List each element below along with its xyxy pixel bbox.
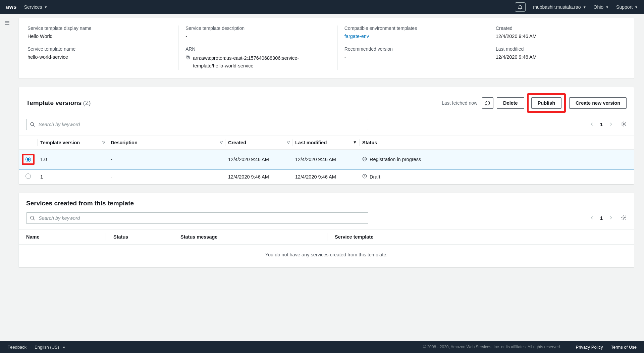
- versions-table: Template version▽ Description▽ Created▽ …: [19, 136, 634, 184]
- template-name-value: hello-world-service: [28, 54, 172, 60]
- cell-description: -: [108, 169, 225, 184]
- hamburger-icon: [4, 20, 10, 26]
- table-row[interactable]: 1.0-12/4/2020 9:46 AM12/4/2020 9:46 AMRe…: [19, 150, 634, 169]
- region-label: Ohio: [594, 4, 604, 10]
- chevron-right-icon: [609, 216, 613, 220]
- svg-point-6: [364, 159, 365, 159]
- th-description[interactable]: Description: [111, 140, 138, 145]
- template-versions-panel: Template versions (2) Last fetched now D…: [19, 87, 634, 184]
- services-title: Services created from this template: [19, 193, 634, 212]
- side-toggle-bar: [0, 15, 14, 27]
- row-radio[interactable]: [25, 157, 31, 162]
- caret-down-icon: ▼: [583, 5, 586, 9]
- services-label: Services: [24, 4, 42, 10]
- th-status[interactable]: Status: [362, 140, 377, 145]
- caret-down-icon: ▼: [605, 5, 609, 9]
- status-icon: [362, 157, 367, 162]
- services-prev-page[interactable]: [587, 215, 597, 221]
- services-table: Name Status Status message Service templ…: [19, 229, 634, 245]
- arn-value: arn:aws:proton:us-east-2:157640688306:se…: [193, 54, 331, 70]
- svg-rect-1: [186, 56, 189, 58]
- notifications-button[interactable]: [515, 2, 526, 12]
- versions-prev-page[interactable]: [587, 121, 597, 128]
- last-fetched-text: Last fetched now: [442, 100, 477, 106]
- template-name-label: Service template name: [28, 46, 172, 52]
- versions-search-input[interactable]: [38, 121, 365, 128]
- chevron-left-icon: [590, 122, 594, 126]
- create-version-button[interactable]: Create new version: [569, 97, 627, 109]
- cell-version: 1: [38, 169, 108, 184]
- svg-point-9: [31, 216, 34, 219]
- services-search[interactable]: [26, 212, 368, 224]
- caret-down-icon: ▼: [44, 5, 47, 9]
- delete-button[interactable]: Delete: [497, 97, 524, 109]
- refresh-button[interactable]: [482, 97, 493, 109]
- cell-version: 1.0: [38, 150, 108, 169]
- modified-label: Last modified: [496, 46, 619, 52]
- publish-highlight: Publish: [527, 93, 566, 113]
- user-label: mubbashir.mustafa.rao: [533, 4, 581, 10]
- cell-status: Draft: [362, 174, 631, 180]
- cell-created: 12/4/2020 9:46 AM: [225, 169, 292, 184]
- svg-point-3: [623, 123, 624, 124]
- svg-point-7: [365, 159, 366, 159]
- support-menu[interactable]: Support ▼: [616, 4, 638, 10]
- cell-status: Registration in progress: [362, 157, 631, 162]
- recommended-label: Recommended version: [344, 46, 482, 52]
- versions-next-page[interactable]: [605, 121, 616, 128]
- svg-point-5: [364, 159, 364, 159]
- services-pager: 1: [587, 215, 627, 222]
- th-created[interactable]: Created: [228, 140, 246, 145]
- th-service-msg[interactable]: Status message: [180, 234, 217, 240]
- th-service-status[interactable]: Status: [113, 234, 128, 240]
- versions-page-number: 1: [597, 122, 605, 127]
- created-value: 12/4/2020 9:46 AM: [496, 34, 619, 39]
- row-radio[interactable]: [25, 173, 31, 179]
- versions-settings-button[interactable]: [621, 121, 627, 128]
- svg-rect-0: [187, 57, 190, 59]
- cell-modified: 12/4/2020 9:46 AM: [292, 169, 360, 184]
- copy-arn-button[interactable]: [185, 55, 190, 61]
- description-value: -: [185, 34, 331, 39]
- th-modified[interactable]: Last modified: [295, 140, 327, 145]
- cell-description: -: [108, 150, 225, 169]
- hamburger-button[interactable]: [4, 20, 10, 27]
- services-settings-button[interactable]: [621, 215, 627, 222]
- services-menu[interactable]: Services ▼: [24, 4, 48, 10]
- created-label: Created: [496, 26, 619, 31]
- recommended-value: -: [344, 54, 482, 60]
- th-version[interactable]: Template version: [40, 140, 80, 145]
- versions-pager: 1: [587, 121, 627, 128]
- caret-down-icon: ▼: [635, 5, 638, 9]
- aws-logo[interactable]: aws: [6, 4, 17, 10]
- services-next-page[interactable]: [605, 215, 616, 221]
- user-menu[interactable]: mubbashir.mustafa.rao ▼: [533, 4, 586, 10]
- services-search-input[interactable]: [38, 215, 365, 221]
- svg-point-10: [623, 217, 624, 218]
- description-label: Service template description: [185, 26, 331, 31]
- gear-icon: [621, 121, 627, 127]
- chevron-left-icon: [590, 216, 594, 220]
- svg-point-2: [31, 122, 34, 125]
- display-name-value: Hello World: [28, 34, 172, 39]
- publish-button[interactable]: Publish: [531, 97, 561, 109]
- search-icon: [30, 215, 35, 221]
- versions-search[interactable]: [26, 119, 368, 130]
- services-panel: Services created from this template 1: [19, 193, 634, 267]
- arn-label: ARN: [185, 46, 331, 52]
- compat-env-link[interactable]: fargate-env: [344, 34, 369, 39]
- th-service-name[interactable]: Name: [26, 234, 40, 240]
- select-highlight: [22, 154, 35, 165]
- search-icon: [30, 122, 35, 127]
- region-menu[interactable]: Ohio ▼: [594, 4, 609, 10]
- status-icon: [362, 174, 367, 180]
- gear-icon: [621, 215, 627, 220]
- details-panel: Service template display name Hello Worl…: [19, 18, 634, 79]
- versions-count: (2): [83, 99, 91, 107]
- bell-icon: [518, 4, 523, 10]
- modified-value: 12/4/2020 9:46 AM: [496, 54, 619, 60]
- services-page-number: 1: [597, 215, 605, 221]
- table-row[interactable]: 1-12/4/2020 9:46 AM12/4/2020 9:46 AMDraf…: [19, 169, 634, 184]
- support-label: Support: [616, 4, 633, 10]
- th-service-tpl[interactable]: Service template: [335, 234, 373, 240]
